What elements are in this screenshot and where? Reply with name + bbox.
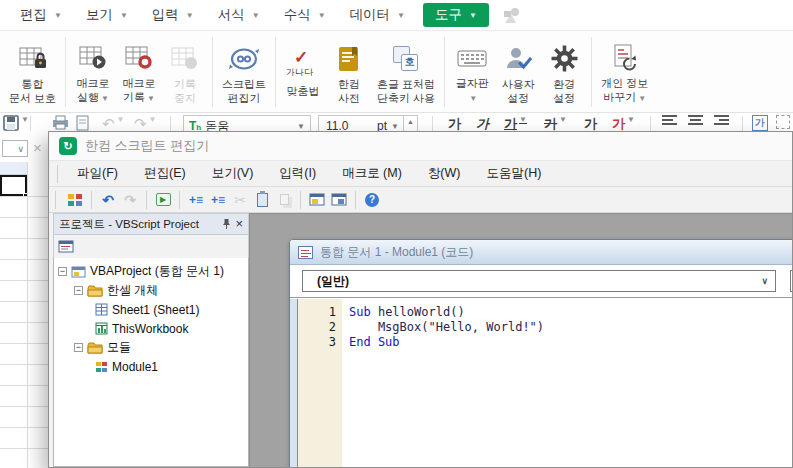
- column-header[interactable]: [0, 162, 27, 175]
- editor-menu-edit[interactable]: 편집(E): [131, 165, 199, 182]
- menu-formula[interactable]: 수식▼: [272, 0, 338, 30]
- code-editor[interactable]: 1 2 3 Sub helloWorld() MsgBox("Hello, Wo…: [290, 299, 792, 467]
- code-text[interactable]: Sub helloWorld() MsgBox("Hello, World!")…: [342, 299, 792, 467]
- dictionary-button[interactable]: 한컴사전: [326, 37, 372, 107]
- app-menubar: 편집▼ 보기▼ 입력▼ 서식▼ 수식▼ 데이터▼ 도구▼: [0, 0, 793, 30]
- procedure-dropdown[interactable]: [790, 270, 792, 292]
- char-shadow-button[interactable]: 가: [584, 115, 597, 132]
- undo-icon[interactable]: ↶: [99, 191, 117, 209]
- modules-icon[interactable]: [66, 191, 84, 209]
- macro-record-button[interactable]: 매크로기록▼: [116, 36, 162, 108]
- tree-item-thisworkbook[interactable]: ThisWorkbook: [58, 319, 248, 338]
- code-line: MsgBox("Hello, World!"): [349, 320, 792, 335]
- menu-insert[interactable]: 입력▼: [140, 0, 206, 30]
- chevron-down-icon: ▼: [469, 94, 477, 103]
- chevron-down-icon: ▼: [252, 11, 260, 20]
- align-right-button[interactable]: [714, 115, 729, 132]
- align-center-button[interactable]: [688, 115, 703, 132]
- run-macro-icon[interactable]: ▶: [154, 191, 172, 209]
- editor-menu-macro[interactable]: 매크로 (M): [329, 165, 415, 182]
- insert-procedure-icon[interactable]: +≡: [187, 191, 205, 209]
- spreadsheet-background: ∨ ×: [0, 131, 48, 468]
- user-settings-button[interactable]: 사용자설정: [495, 37, 541, 107]
- pin-icon[interactable]: [222, 218, 231, 230]
- save-button[interactable]: ▼: [3, 115, 29, 132]
- align-left-button[interactable]: [662, 115, 677, 132]
- collapse-icon[interactable]: −: [74, 343, 83, 352]
- script-editor-icon: [228, 41, 260, 77]
- font-size-select[interactable]: 11.0 pt ▼ ▲: [318, 115, 418, 132]
- mdi-workspace: 통합 문서 1 - Module1 (코드) (일반) ∨ 1 2 3: [249, 213, 792, 467]
- window-titlebar[interactable]: ↻ 한컴 스크립트 편집기: [49, 132, 792, 161]
- macro-record-icon: [124, 40, 154, 76]
- chevron-down-icon: ▼: [469, 11, 477, 20]
- font-select[interactable]: Th 돋움 ▼: [183, 115, 311, 132]
- tree-item-modules-folder[interactable]: − 모듈: [58, 338, 248, 357]
- close-icon[interactable]: ×: [235, 219, 243, 229]
- script-editor-button[interactable]: 스크립트편집기: [217, 37, 271, 107]
- border-button[interactable]: [776, 115, 790, 132]
- menu-tools[interactable]: 도구▼: [423, 3, 489, 27]
- chevron-down-icon: ▼: [627, 115, 635, 124]
- chevron-down-icon: ▼: [297, 122, 305, 131]
- underline-button[interactable]: 가▼: [504, 115, 527, 132]
- chevron-down-icon: ▼: [519, 115, 527, 124]
- project-explorer-icon[interactable]: [308, 191, 326, 209]
- module-icon: [95, 361, 108, 373]
- properties-window-icon[interactable]: [330, 191, 348, 209]
- tree-item-module1[interactable]: Module1: [58, 357, 248, 376]
- help-icon[interactable]: ?: [363, 191, 381, 209]
- view-code-icon[interactable]: [57, 238, 75, 256]
- protect-workbook-button[interactable]: 통합문서 보호: [4, 37, 61, 107]
- macro-run-button[interactable]: 매크로실행▼: [70, 36, 116, 108]
- align-right-icon: [714, 115, 729, 127]
- font-color-button[interactable]: 가▼: [612, 115, 635, 132]
- editor-menu-file[interactable]: 파일(F): [64, 165, 131, 182]
- bold-button[interactable]: 가: [448, 115, 461, 132]
- strikethrough-button[interactable]: 가▼: [544, 115, 567, 132]
- spellcheck-button[interactable]: ✓ 가나다 맞춤법: [280, 44, 326, 100]
- privacy-change-button[interactable]: 개인 정보바꾸기▼: [596, 36, 653, 108]
- insert-module-icon[interactable]: +≡: [209, 191, 227, 209]
- collapse-icon[interactable]: −: [58, 267, 67, 276]
- menu-view[interactable]: 보기▼: [74, 0, 140, 30]
- redo-button: ↷▼: [134, 115, 157, 132]
- editor-menu-help[interactable]: 도움말(H): [473, 165, 554, 182]
- border-box-icon: [776, 115, 790, 129]
- ribbon-separator: [212, 37, 213, 107]
- collapse-icon[interactable]: −: [74, 286, 83, 295]
- chevron-down-icon: ▼: [54, 11, 62, 20]
- tree-item-vbaproject[interactable]: − VBAProject (통합 문서 1): [58, 262, 248, 281]
- editor-menu-window[interactable]: 창(W): [415, 165, 474, 182]
- project-icon: [71, 266, 86, 278]
- menu-format[interactable]: 서식▼: [206, 0, 272, 30]
- cell-format-button[interactable]: 가: [752, 115, 768, 132]
- privacy-document-icon: [610, 40, 639, 76]
- size-stepper[interactable]: ▲: [403, 116, 417, 132]
- chevron-down-icon: ∨: [17, 144, 24, 154]
- hwp-shortcut-button[interactable]: 호 흔글 표처럼단축키 사용: [372, 37, 440, 107]
- menu-edit[interactable]: 편집▼: [8, 0, 74, 30]
- cancel-icon[interactable]: ×: [33, 139, 42, 156]
- project-panel: 프로젝트 - VBScript Project × − VBAProject (…: [49, 213, 249, 467]
- tree-item-hancell-objects[interactable]: − 한셀 개체: [58, 281, 248, 300]
- print-button[interactable]: [52, 115, 69, 132]
- menu-data[interactable]: 데이터▼: [338, 0, 417, 30]
- code-window-titlebar[interactable]: 통합 문서 1 - Module1 (코드): [290, 240, 792, 265]
- print-preview-button[interactable]: [76, 115, 89, 132]
- record-stop-icon: [170, 41, 200, 77]
- editor-menu-view[interactable]: 보기(V): [199, 165, 267, 182]
- format-toolbar: ▼ ↶▼ ↷▼ Th 돋움 ▼ 11.0 pt ▼ ▲ 가 가 가▼ 가▼ 가 …: [0, 113, 793, 132]
- project-panel-header[interactable]: 프로젝트 - VBScript Project ×: [53, 213, 249, 235]
- name-box-dropdown[interactable]: ∨: [2, 140, 28, 157]
- keyboard-layout-button[interactable]: 글자판▼: [449, 36, 495, 108]
- preferences-button[interactable]: 환경설정: [541, 37, 587, 107]
- italic-button[interactable]: 가: [476, 115, 489, 132]
- paste-icon[interactable]: [253, 191, 271, 209]
- print-preview-icon: [76, 115, 89, 131]
- object-dropdown[interactable]: (일반) ∨: [302, 270, 776, 292]
- project-panel-title: 프로젝트 - VBScript Project: [59, 217, 218, 232]
- editor-menu-insert[interactable]: 입력(I): [266, 165, 329, 182]
- tree-item-sheet1[interactable]: Sheet1 (Sheet1): [58, 300, 248, 319]
- chevron-down-icon: ∨: [761, 276, 768, 286]
